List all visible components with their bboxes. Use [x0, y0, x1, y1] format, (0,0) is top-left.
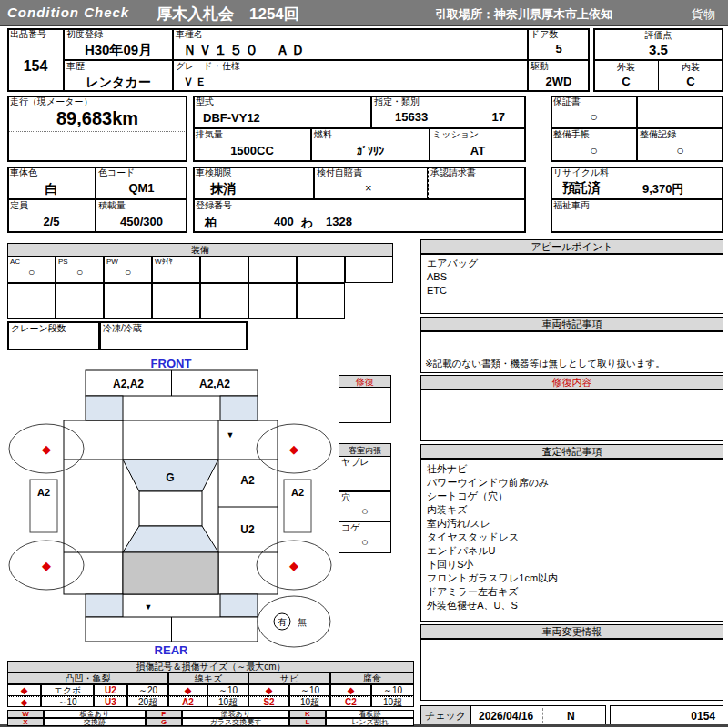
mileage-value: 89,683km	[8, 108, 187, 129]
maintenance-record-mark: ○	[638, 143, 723, 157]
exterior-grade-cell: 外装 C	[593, 60, 659, 92]
designation-value-1: 15633	[395, 110, 428, 124]
mileage-label: 走行（現メーター）	[10, 96, 92, 107]
legend-cell: ～10	[207, 684, 248, 696]
model-code-cell: 型式 DBF-VY12	[193, 96, 371, 128]
grade-label: グレード・仕様	[176, 61, 240, 72]
score-value: 3.5	[594, 42, 723, 57]
model-name-value: ＮＶ１５０ ＡＤ	[183, 42, 307, 59]
check-date: 2026/04/16	[479, 710, 533, 723]
title-bar: Condition Check 厚木入札会 1254回 引取場所：神奈川県厚木市…	[0, 0, 728, 26]
history-label: 車歴	[66, 61, 85, 72]
equipment-cell-6	[248, 256, 297, 283]
rear-label: REAR	[155, 643, 188, 655]
assessment-item: 下回りS小	[427, 558, 474, 571]
repair-header: 修復	[339, 375, 391, 388]
fuel-label: 燃料	[314, 129, 332, 140]
displacement-cell: 排気量 1500CC	[193, 128, 311, 162]
check-number: 0154	[691, 710, 715, 723]
model-code-label: 型式	[196, 96, 214, 107]
front-pillar-right	[220, 396, 258, 420]
assessment-item: タイヤスタッドレス	[427, 531, 519, 544]
windshield-code: G	[166, 471, 174, 484]
cabin-hole-mark: ○	[339, 504, 390, 518]
legend-diamond-icon: ◆	[7, 696, 41, 707]
legend-symbol-letter: K	[289, 710, 326, 718]
legend-symbol-text: ガラス交換要す	[182, 718, 289, 726]
body-color-cell: 車体色 白	[7, 167, 96, 199]
history-cell: 車歴 レンタカー	[64, 60, 173, 92]
drive-cell: 駆動 2WD	[528, 60, 590, 92]
maintenance-record-cell: 整備記録 ○	[637, 128, 723, 162]
check-label-cell: チェック	[420, 705, 470, 725]
check-date-cell: 2026/04/16 N	[470, 705, 606, 725]
equipment-cell-wtire: Wﾀｲﾔ	[152, 256, 200, 283]
left-side-code: A2	[37, 487, 50, 498]
appeal-item: ETC	[427, 284, 447, 298]
transmission-label: ミッション	[432, 129, 479, 140]
insurance-label: 検付自賠責	[317, 167, 362, 178]
score-label: 評価点	[594, 30, 723, 41]
assessment-item: ドアミラー左右キズ	[427, 585, 519, 599]
legend-symbol-letter: P	[146, 710, 182, 718]
equipment-cell-5	[200, 256, 248, 283]
legend-title: 損傷記号＆損傷サイズ（～最大cm）	[7, 661, 414, 672]
legend-cell: ～20	[127, 684, 168, 696]
grade-cell: グレード・仕様 ＶＥ	[173, 60, 528, 92]
front-label: FRONT	[151, 357, 192, 370]
exterior-grade-label: 外装	[594, 62, 658, 73]
body-color-label: 車体色	[10, 167, 37, 178]
wheel-mark-rear-right: ◆	[289, 559, 298, 572]
change-info-header: 車両変更情報	[420, 624, 723, 639]
first-registration-label: 初度登録	[66, 29, 103, 40]
warranty-label: 保証書	[553, 96, 581, 107]
registration-area: 柏	[205, 215, 217, 231]
maintenance-book-label: 整備手帳	[553, 129, 590, 140]
repair-detail-header: 修復内容	[420, 375, 723, 389]
appeal-item: エアバッグ	[427, 257, 478, 270]
registration-number-cell: 登録番号 柏 400 わ 1328	[193, 199, 526, 233]
equipment-cell-r2-2	[56, 283, 104, 318]
recycle-fee-label: リサイクル料	[553, 167, 609, 178]
legend-cell: S2	[248, 696, 289, 707]
legend-cell: A2	[168, 696, 207, 707]
check-number-cell: 0154	[610, 705, 723, 725]
legend-symbol-text: 看板跡	[326, 710, 414, 718]
designation-label: 指定・類別	[374, 96, 420, 107]
approval-request-cell: 承認請求書	[428, 167, 526, 199]
equipment-cell-r2-1	[7, 283, 56, 318]
wheel-mark-front-left: ◆	[42, 442, 51, 456]
interior-grade-value: C	[659, 75, 723, 88]
cabin-row-burn: コゲ ○	[339, 521, 391, 553]
maintenance-book-mark: ○	[551, 143, 636, 157]
assessment-item: パワーウインドウ前席のみ	[427, 476, 549, 490]
recycle-fee-value: 9,370円	[642, 181, 684, 197]
color-code-cell: 色コード QM1	[96, 167, 187, 199]
check-code: N	[567, 710, 575, 723]
warranty-mark: ○	[551, 109, 636, 124]
warranty-cell: 保証書 ○	[551, 96, 637, 128]
legend-col-corrosion: 腐食	[330, 672, 414, 684]
lot-number-value: 154	[8, 58, 63, 75]
mileage-divider-dotted	[8, 131, 187, 132]
legend-col-rust: サビ	[248, 672, 330, 684]
right-front-panel-code: A2	[240, 474, 255, 487]
condition-check-sheet: Condition Check 厚木入札会 1254回 引取場所：神奈川県厚木市…	[0, 0, 728, 728]
vehicle-notes-body: ※記載のない書類・機器等は無しとして取り扱います。	[420, 331, 723, 373]
cabin-row-hole: 穴 ○	[339, 491, 391, 521]
displacement-label: 排気量	[196, 129, 223, 140]
rear-pillar-left	[86, 594, 123, 617]
appeal-header: アピールポイント	[420, 239, 723, 254]
assessment-item: フロントガラスワレ1cm以内	[427, 571, 558, 585]
legend-symbol-letter: G	[146, 718, 182, 726]
assessment-item: 室内汚れ/スレ	[427, 517, 490, 531]
lot-number-label: 出品番号	[10, 29, 46, 40]
legend-cell: 20超	[127, 696, 168, 707]
legend-cell: U3	[94, 696, 127, 707]
front-bumper-right-code: A2,A2	[199, 378, 230, 390]
maintenance-book-cell: 整備手帳 ○	[551, 128, 637, 162]
grade-value: ＶＥ	[183, 75, 208, 90]
check-label: チェック	[421, 710, 470, 721]
registration-class: 400	[274, 215, 294, 228]
equipment-cell-r2-4	[152, 283, 200, 318]
